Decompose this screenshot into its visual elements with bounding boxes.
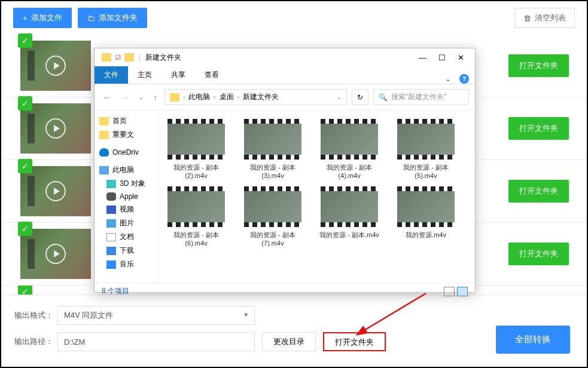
video-thumb-icon <box>321 119 378 160</box>
document-icon <box>106 233 116 241</box>
video-thumbnail[interactable] <box>20 103 91 154</box>
chevron-down-icon[interactable]: ⌄ <box>445 75 451 83</box>
check-icon: ✓ <box>18 33 32 48</box>
sidebar-item-apple[interactable]: Apple <box>95 191 157 203</box>
add-file-button[interactable]: + 添加文件 <box>13 8 72 28</box>
video-thumb-icon <box>244 119 301 160</box>
open-folder-button[interactable]: 打开文件夹 <box>508 243 569 265</box>
add-file-label: 添加文件 <box>31 13 62 23</box>
minimize-button[interactable]: — <box>419 53 426 62</box>
file-item[interactable]: 我的资源 - 副本.m4v <box>317 186 382 248</box>
sidebar-item-video[interactable]: 视频 <box>95 203 157 216</box>
sidebar-item-3d[interactable]: 3D 对象 <box>95 177 157 191</box>
video-thumbnail[interactable] <box>20 166 91 216</box>
dialog-titlebar[interactable]: ☑ | 新建文件夹 — ☐ ✕ <box>95 48 475 66</box>
trash-icon: 🗑 <box>523 14 531 23</box>
maximize-button[interactable]: ☐ <box>438 53 446 62</box>
play-icon <box>45 56 66 76</box>
back-button[interactable]: ← <box>100 93 114 102</box>
breadcrumb[interactable]: › 此电脑 › 桌面 › 新建文件夹 ⌄ <box>164 89 347 105</box>
tab-file[interactable]: 文件 <box>95 66 128 84</box>
sidebar-item-music[interactable]: 音乐 <box>95 257 157 271</box>
folder-icon <box>99 131 109 139</box>
output-format-select[interactable]: M4V 同原文件 <box>57 306 255 325</box>
view-thumbnails-icon[interactable] <box>457 287 468 296</box>
play-icon <box>45 181 66 201</box>
folder-icon <box>124 53 134 62</box>
search-icon: 🔍 <box>379 93 388 102</box>
file-grid: 我的资源 - 副本 (2).m4v 我的资源 - 副本 (3).m4v 我的资源… <box>158 111 475 283</box>
tab-home[interactable]: 主页 <box>128 66 162 84</box>
open-folder-button[interactable]: 打开文件夹 <box>508 117 569 140</box>
view-details-icon[interactable] <box>444 287 455 296</box>
file-item[interactable]: 我的资源 - 副本 (5).m4v <box>394 119 458 180</box>
video-thumb-icon <box>321 186 378 227</box>
video-thumbnail[interactable] <box>20 229 91 279</box>
recent-button[interactable]: ⌄ <box>136 94 146 100</box>
play-icon <box>45 244 66 264</box>
video-thumbnail[interactable] <box>20 41 91 91</box>
check-icon: ✓ <box>18 222 32 236</box>
video-icon <box>106 206 116 214</box>
download-icon <box>106 247 116 255</box>
file-item[interactable]: 我的资源 - 副本 (7).m4v <box>240 186 305 248</box>
file-item[interactable]: 我的资源.m4v <box>394 186 458 248</box>
sidebar-item-important[interactable]: 重要文 <box>95 128 157 142</box>
forward-button[interactable]: → <box>118 93 132 102</box>
sidebar-item-downloads[interactable]: 下载 <box>95 244 157 257</box>
clear-list-label: 清空列表 <box>535 13 566 23</box>
output-format-label: 输出格式： <box>14 310 57 321</box>
nav-bar: ← → ⌄ ↑ › 此电脑 › 桌面 › 新建文件夹 ⌄ ↻ 🔍 搜索"新建文件… <box>95 84 475 111</box>
breadcrumb-folder[interactable]: 新建文件夹 <box>243 92 279 102</box>
file-item[interactable]: 我的资源 - 副本 (3).m4v <box>240 119 305 180</box>
video-thumb-icon <box>167 186 225 227</box>
help-icon[interactable]: ? <box>459 74 469 84</box>
folder-icon <box>102 53 111 62</box>
sidebar-item-pc[interactable]: 此电脑 <box>95 163 157 177</box>
convert-all-button[interactable]: 全部转换 <box>496 326 570 354</box>
tab-share[interactable]: 共享 <box>162 66 195 84</box>
breadcrumb-pc[interactable]: 此电脑 <box>188 92 210 102</box>
output-path-input[interactable] <box>57 332 255 351</box>
plus-icon: + <box>23 14 28 23</box>
dialog-title: 新建文件夹 <box>145 53 181 63</box>
apple-icon <box>106 192 116 201</box>
video-thumb-icon <box>167 119 225 160</box>
sidebar-item-docs[interactable]: 文档 <box>95 230 157 244</box>
add-folder-button[interactable]: 🗀 添加文件夹 <box>78 8 147 28</box>
file-explorer-dialog: ☑ | 新建文件夹 — ☐ ✕ 文件 主页 共享 查看 ⌄ ? ← → <box>94 48 476 293</box>
tab-view[interactable]: 查看 <box>195 66 229 84</box>
cloud-icon <box>99 148 109 157</box>
output-path-label: 输出路径： <box>14 336 57 347</box>
file-item[interactable]: 我的资源 - 副本 (6).m4v <box>164 186 229 248</box>
search-placeholder: 搜索"新建文件夹" <box>391 92 447 102</box>
clear-list-button[interactable]: 🗑 清空列表 <box>514 8 575 28</box>
open-folder-button[interactable]: 打开文件夹 <box>508 54 569 77</box>
explorer-sidebar: 首页 重要文 OneDriv 此电脑 3D 对象 Apple 视频 图片 文档 … <box>95 111 158 283</box>
file-item[interactable]: 我的资源 - 副本 (2).m4v <box>164 119 229 180</box>
up-button[interactable]: ↑ <box>151 93 160 102</box>
breadcrumb-desktop[interactable]: 桌面 <box>220 92 234 102</box>
bottom-panel: 输出格式： M4V 同原文件 输出路径： 更改目录 打开文件夹 全部转换 <box>1 295 587 367</box>
folder-icon <box>99 117 109 125</box>
sidebar-item-onedrive[interactable]: OneDriv <box>95 146 157 158</box>
folder-icon: 🗀 <box>87 14 95 23</box>
video-thumb-icon <box>244 186 301 227</box>
open-folder-button[interactable]: 打开文件夹 <box>508 180 569 203</box>
picture-icon <box>106 219 116 228</box>
ribbon-tabs: 文件 主页 共享 查看 ⌄ ? <box>95 66 475 84</box>
search-input[interactable]: 🔍 搜索"新建文件夹" <box>373 89 469 105</box>
pc-icon <box>99 166 109 174</box>
refresh-button[interactable]: ↻ <box>352 89 368 105</box>
cube-icon <box>106 180 116 188</box>
sidebar-item-home[interactable]: 首页 <box>95 114 157 128</box>
sidebar-item-pictures[interactable]: 图片 <box>95 216 157 230</box>
close-button[interactable]: ✕ <box>458 53 464 62</box>
add-folder-label: 添加文件夹 <box>99 13 138 23</box>
open-folder-button-bottom[interactable]: 打开文件夹 <box>323 332 386 351</box>
check-icon: ✓ <box>18 96 32 111</box>
change-dir-button[interactable]: 更改目录 <box>262 332 316 351</box>
status-bar: 8 个项目 <box>95 283 475 299</box>
file-item[interactable]: 我的资源 - 副本 (4).m4v <box>317 119 382 180</box>
separator: | <box>139 53 141 62</box>
